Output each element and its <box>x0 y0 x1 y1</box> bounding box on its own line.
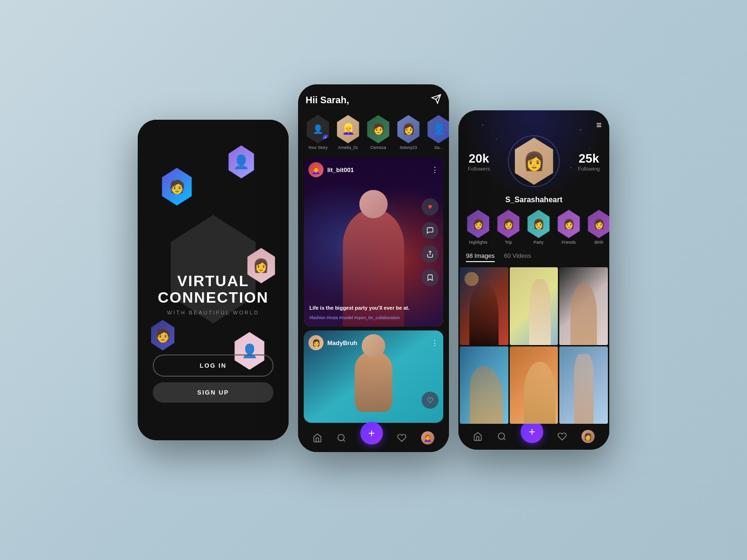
highlight-trip[interactable]: 👩 Trip <box>496 210 521 245</box>
grid-photo-1[interactable] <box>460 267 508 345</box>
nav-profile-icon[interactable]: 👩‍🦰 <box>421 431 434 445</box>
highlight-hex-4: 👩 <box>556 210 581 238</box>
send-icon[interactable] <box>431 94 441 107</box>
app-tagline: VIRTUAL CONNECTION WITH BEAUTIFUL WORLD <box>138 273 289 315</box>
post-1-caption: Life is the biggest party you'll ever be… <box>309 305 420 321</box>
story-label-sa: Sa... <box>434 145 443 150</box>
phone1-screen: 🧑 👤 👩 🧑 👤 VIRTUAL CONNECTION WITH BEAUTI… <box>138 120 289 440</box>
stories-row: 👤 + Your Story 👱‍♀️ Amelia_01 <box>298 111 449 154</box>
hex-avatar-2: 👤 <box>227 145 256 178</box>
story-hex-itstony: 👩 <box>396 115 421 143</box>
post-2-avatar: 👩 <box>308 335 324 350</box>
story-sa[interactable]: 👤 Sa... <box>426 115 449 150</box>
story-label-itstony: Itstony23 <box>400 145 417 150</box>
feed-bottom-nav: + 👩‍🦰 <box>298 427 449 452</box>
story-hex-amelia: 👱‍♀️ <box>336 115 360 143</box>
profile-nav-heart-icon[interactable] <box>557 432 567 441</box>
like-button[interactable]: ♥ <box>422 198 439 215</box>
story-hex-sa: 👤 <box>426 115 449 143</box>
following-count: 25k <box>578 151 600 166</box>
post-1-actions: ♥ <box>422 198 439 286</box>
app-subtitle: WITH BEAUTIFUL WORLD <box>138 310 289 315</box>
nav-heart-icon[interactable] <box>397 433 407 443</box>
following-stat: 25k Following <box>578 151 600 172</box>
post-1-username: lit_bit001 <box>327 166 354 173</box>
grid-photo-6[interactable] <box>559 346 608 424</box>
profile-nav-search-icon[interactable] <box>497 432 506 441</box>
nav-search-icon[interactable] <box>337 433 346 443</box>
profile-nav-avatar[interactable]: 👩 <box>581 430 595 443</box>
media-tabs: 98 Images 60 Videos <box>458 248 609 266</box>
followers-stat: 20k Followers <box>468 151 490 172</box>
post-2-actions: ♡ <box>422 392 439 409</box>
post-2-menu-icon[interactable]: ⋮ <box>431 338 439 347</box>
post-2-like-button[interactable]: ♡ <box>422 392 439 409</box>
highlight-friends[interactable]: 👩 Friends <box>556 210 581 245</box>
story-label-amelia: Amelia_01 <box>338 145 358 150</box>
highlight-hex-5: 👩 <box>587 210 609 238</box>
profile-header: ≡ <box>458 110 609 135</box>
signup-button[interactable]: SIGN UP <box>153 382 274 403</box>
profile-nav-add-button[interactable]: + <box>521 420 543 443</box>
feed-posts: 👩‍🦰 lit_bit001 ⋮ ♥ <box>298 154 449 427</box>
highlight-label-5: Birth <box>595 240 604 245</box>
story-label-osmoza: Osmoza <box>370 145 386 150</box>
post-1-avatar: 👩‍🦰 <box>308 162 324 177</box>
profile-nav-home-icon[interactable] <box>473 432 482 441</box>
highlight-hex-1: 👩 <box>466 210 490 238</box>
phone-2: Hii Sarah, 👤 + Y <box>298 84 449 452</box>
highlight-label-3: Party <box>533 240 543 245</box>
nav-add-button[interactable]: + <box>360 422 383 445</box>
feed-header: Hii Sarah, <box>298 84 449 111</box>
post-2-header: 👩 MadyBruh ⋮ <box>308 335 439 350</box>
auth-buttons: LOG IN SIGN UP <box>153 354 274 403</box>
highlights-row: 👩 Highlights 👩 Trip 👩 Party <box>458 206 609 248</box>
post-1-header: 👩‍🦰 lit_bit001 ⋮ <box>308 162 439 177</box>
videos-tab[interactable]: 60 Videos <box>504 252 531 262</box>
story-hex-osmoza: 🧑 <box>366 115 390 143</box>
phone2-screen: Hii Sarah, 👤 + Y <box>298 84 449 452</box>
story-your[interactable]: 👤 + Your Story <box>306 115 330 150</box>
story-osmoza[interactable]: 🧑 Osmoza <box>366 115 390 150</box>
grid-photo-3[interactable] <box>559 267 608 345</box>
hamburger-menu-icon[interactable]: ≡ <box>596 120 602 131</box>
profile-username: S_Sarashaheart <box>458 192 609 206</box>
share-button[interactable] <box>422 246 439 263</box>
following-label: Following <box>578 166 600 172</box>
highlight-hex-2: 👩 <box>496 210 521 238</box>
highlight-label-1: Highlights <box>469 240 488 245</box>
post-1-text: Life is the biggest party you'll ever be… <box>309 305 420 311</box>
post-card-1[interactable]: 👩‍🦰 lit_bit001 ⋮ ♥ <box>304 157 443 327</box>
post-1-tags: #fashion #insta #model #open_for_collabo… <box>309 315 400 320</box>
grid-photo-4[interactable] <box>460 346 508 424</box>
followers-count: 20k <box>468 151 490 166</box>
highlight-hex-3: 👩 <box>526 210 551 238</box>
login-button[interactable]: LOG IN <box>153 354 274 377</box>
profile-avatar-wrapper: 👩 <box>510 135 557 187</box>
highlight-party[interactable]: 👩 Party <box>526 210 551 245</box>
highlight-label-2: Trip <box>505 240 512 245</box>
highlight-label-4: Friends <box>562 240 576 245</box>
followers-label: Followers <box>468 166 490 172</box>
photo-grid <box>458 266 609 425</box>
story-itstony[interactable]: 👩 Itstony23 <box>396 115 421 150</box>
grid-photo-5[interactable] <box>510 346 558 424</box>
hex-avatar-1: 🧑 <box>160 168 193 206</box>
phone3-screen: ≡ 20k Followers 👩 25k Following <box>458 110 609 450</box>
post-card-2[interactable]: 👩 MadyBruh ⋮ ♡ <box>304 330 443 423</box>
phone-1: 🧑 👤 👩 🧑 👤 VIRTUAL CONNECTION WITH BEAUTI… <box>138 120 289 440</box>
greeting-text: Hii Sarah, <box>306 95 349 106</box>
post-1-menu-icon[interactable]: ⋮ <box>431 165 439 174</box>
profile-bottom-nav: + 👩 <box>458 425 609 450</box>
phone-3: ≡ 20k Followers 👩 25k Following <box>458 110 609 450</box>
highlight-birth[interactable]: 👩 Birth <box>587 210 609 245</box>
images-tab[interactable]: 98 Images <box>466 252 495 262</box>
story-amelia[interactable]: 👱‍♀️ Amelia_01 <box>336 115 360 150</box>
grid-photo-2[interactable] <box>510 267 558 345</box>
story-label-your: Your Story <box>308 145 328 150</box>
nav-home-icon[interactable] <box>313 433 322 443</box>
save-button[interactable] <box>422 269 439 286</box>
svg-point-3 <box>338 435 344 441</box>
highlight-highlights[interactable]: 👩 Highlights <box>466 210 490 245</box>
comment-button[interactable] <box>422 222 439 239</box>
